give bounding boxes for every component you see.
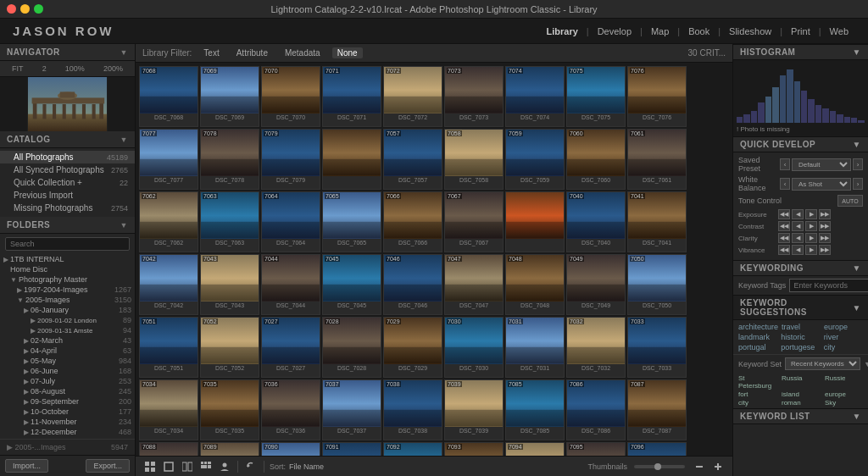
photo-cell-54[interactable]: 7088DSC_7088 bbox=[139, 442, 198, 456]
photo-cell-38[interactable]: 7027DSC_7027 bbox=[261, 317, 320, 378]
nav-develop[interactable]: Develop bbox=[591, 24, 638, 39]
folder-home-disc[interactable]: Home Disc bbox=[0, 264, 135, 274]
saved-preset-next[interactable]: › bbox=[853, 158, 863, 170]
ktag-fort[interactable]: fort bbox=[738, 390, 776, 398]
thumb-larger-button[interactable] bbox=[710, 459, 726, 474]
contrast-dd[interactable]: ◀◀ bbox=[778, 221, 790, 231]
keyword-suggestions-header[interactable]: Keyword Suggestions ▼ bbox=[733, 295, 868, 320]
photo-cell-49[interactable]: 7038DSC_7038 bbox=[383, 379, 442, 440]
wb-prev[interactable]: ‹ bbox=[780, 178, 790, 190]
photo-cell-41[interactable]: 7030DSC_7030 bbox=[444, 317, 504, 378]
ksugg-landmark[interactable]: landmark bbox=[738, 333, 777, 341]
photo-cell-26[interactable]: 7041DSC_7041 bbox=[627, 191, 687, 252]
photo-cell-43[interactable]: 7032DSC_7032 bbox=[566, 317, 626, 378]
photo-cell-8[interactable]: 7076DSC_7076 bbox=[627, 66, 687, 127]
sort-value[interactable]: File Name bbox=[289, 462, 324, 471]
photo-cell-58[interactable]: 7092DSC_7092 bbox=[383, 442, 442, 456]
photo-cell-40[interactable]: 7029DSC_7029 bbox=[383, 317, 442, 378]
photo-cell-53[interactable]: 7087DSC_7087 bbox=[627, 379, 687, 440]
photo-cell-29[interactable]: 7044DSC_7044 bbox=[261, 254, 320, 315]
clarity-dd[interactable]: ◀◀ bbox=[778, 233, 790, 243]
photo-cell-16[interactable]: 7060DSC_7060 bbox=[566, 129, 626, 190]
photo-cell-61[interactable]: 7095DSC_7095 bbox=[566, 442, 626, 456]
vibrance-dd[interactable]: ◀◀ bbox=[778, 245, 790, 255]
photo-cell-60[interactable]: 7094DSC_7094 bbox=[505, 442, 565, 456]
catalog-all-photos[interactable]: All Photographs 45189 bbox=[0, 151, 135, 163]
nav-print[interactable]: Print bbox=[784, 24, 817, 39]
keyword-tags-input[interactable] bbox=[789, 279, 868, 292]
histogram-header[interactable]: Histogram ▼ bbox=[733, 44, 868, 60]
photo-cell-23[interactable]: 7067DSC_7067 bbox=[444, 191, 504, 252]
nav-map[interactable]: Map bbox=[644, 24, 676, 39]
photo-cell-19[interactable]: 7063DSC_7063 bbox=[200, 191, 259, 252]
photo-cell-46[interactable]: 7035DSC_7035 bbox=[200, 379, 259, 440]
ktag-europe2[interactable]: europe bbox=[825, 390, 863, 398]
auto-tone-button[interactable]: AUTO bbox=[837, 195, 863, 207]
nav-web[interactable]: Web bbox=[823, 24, 855, 39]
photo-cell-9[interactable]: 7077DSC_7077 bbox=[139, 129, 198, 190]
photo-cell-11[interactable]: 7079DSC_7079 bbox=[261, 129, 320, 190]
photo-cell-7[interactable]: 7075DSC_7075 bbox=[566, 66, 626, 127]
filter-metadata[interactable]: Metadata bbox=[280, 47, 326, 58]
folder-april[interactable]: ▶ 04-April 63 bbox=[0, 346, 135, 356]
folder-1997-2004[interactable]: ▶ 1997-2004-Images 1267 bbox=[0, 285, 135, 295]
photo-cell-22[interactable]: 7066DSC_7066 bbox=[383, 191, 442, 252]
keyword-list-header[interactable]: Keyword List ▼ bbox=[733, 408, 868, 424]
filter-attribute[interactable]: Attribute bbox=[231, 47, 273, 58]
catalog-synced[interactable]: All Synced Photographs 2765 bbox=[0, 163, 135, 176]
photo-cell-48[interactable]: 7037DSC_7037 bbox=[322, 379, 381, 440]
contrast-uu[interactable]: ▶▶ bbox=[819, 221, 831, 231]
folder-july[interactable]: ▶ 07-July 253 bbox=[0, 376, 135, 386]
catalog-previous-import[interactable]: Previous Import bbox=[0, 189, 135, 202]
folder-march[interactable]: ▶ 02-March 43 bbox=[0, 335, 135, 346]
photo-cell-36[interactable]: 7051DSC_7051 bbox=[139, 317, 198, 378]
keyword-set-select[interactable]: Recent Keywords bbox=[785, 357, 860, 370]
slider-handle[interactable] bbox=[654, 463, 661, 470]
ksugg-travel[interactable]: travel bbox=[782, 323, 821, 331]
keyword-set-icon[interactable]: ▼ bbox=[864, 360, 868, 368]
import-button[interactable]: Import... bbox=[5, 459, 48, 473]
catalog-quick-collection[interactable]: Quick Collection + 22 bbox=[0, 176, 135, 189]
folder-london[interactable]: ▶ 2009-01-02 London 89 bbox=[0, 315, 135, 325]
exposure-dd[interactable]: ◀◀ bbox=[778, 209, 790, 219]
catalog-header[interactable]: Catalog ▼ bbox=[0, 131, 135, 148]
photo-cell-50[interactable]: 7039DSC_7039 bbox=[444, 379, 504, 440]
folder-1tb-internal[interactable]: ▶ 1TB INTERNAL bbox=[0, 254, 135, 264]
photo-cell-3[interactable]: 7071DSC_7071 bbox=[322, 66, 381, 127]
nav-slideshow[interactable]: Slideshow bbox=[722, 24, 778, 39]
rotate-left-button[interactable] bbox=[243, 459, 259, 474]
photo-cell-18[interactable]: 7062DSC_7062 bbox=[139, 191, 198, 252]
photo-cell-30[interactable]: 7045DSC_7045 bbox=[322, 254, 381, 315]
photo-cell-27[interactable]: 7042DSC_7042 bbox=[139, 254, 198, 315]
photo-cell-59[interactable]: 7093DSC_7093 bbox=[444, 442, 504, 456]
clarity-u[interactable]: ▶ bbox=[805, 233, 817, 243]
folder-september[interactable]: ▶ 09-September 200 bbox=[0, 396, 135, 407]
photo-cell-44[interactable]: 7033DSC_7033 bbox=[627, 317, 687, 378]
photo-cell-24[interactable] bbox=[505, 191, 565, 252]
ksugg-city[interactable]: city bbox=[824, 343, 863, 351]
clarity-d[interactable]: ◀ bbox=[792, 233, 804, 243]
photo-cell-35[interactable]: 7050DSC_7050 bbox=[627, 254, 687, 315]
nav-library[interactable]: Library bbox=[540, 24, 585, 39]
close-button[interactable] bbox=[7, 4, 16, 14]
photo-cell-12[interactable] bbox=[322, 129, 381, 190]
ktag-russie[interactable]: Russie bbox=[825, 374, 863, 390]
folder-photography-master[interactable]: ▼ Photography Master bbox=[0, 274, 135, 285]
catalog-missing[interactable]: Missing Photographs 2754 bbox=[0, 202, 135, 214]
photo-cell-57[interactable]: 7091DSC_7091 bbox=[322, 442, 381, 456]
ktag-sky[interactable]: Sky bbox=[825, 399, 863, 407]
photo-cell-6[interactable]: 7074DSC_7074 bbox=[505, 66, 565, 127]
folder-may[interactable]: ▶ 05-May 984 bbox=[0, 356, 135, 366]
folder-november[interactable]: ▶ 11-November 234 bbox=[0, 417, 135, 427]
wb-next[interactable]: › bbox=[853, 178, 863, 190]
ktag-stpetersburg[interactable]: St Petersburg bbox=[738, 374, 776, 390]
view-grid-button[interactable] bbox=[142, 459, 158, 474]
ktag-island[interactable]: island bbox=[782, 390, 820, 398]
ktag-roman[interactable]: roman bbox=[782, 399, 820, 407]
photo-cell-1[interactable]: 7069DSC_7069 bbox=[200, 66, 259, 127]
thumb-smaller-button[interactable] bbox=[692, 459, 707, 474]
minimize-button[interactable] bbox=[20, 4, 30, 14]
navigator-header[interactable]: Navigator ▼ bbox=[0, 44, 135, 61]
vibrance-d[interactable]: ◀ bbox=[792, 245, 804, 255]
photo-cell-33[interactable]: 7048DSC_7048 bbox=[505, 254, 565, 315]
